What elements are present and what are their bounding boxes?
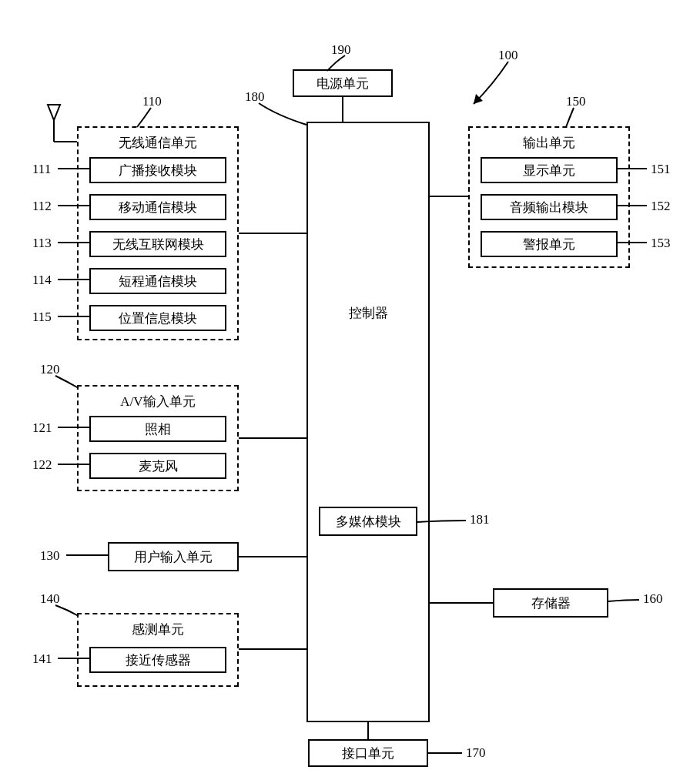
conn-interface-controller <box>367 722 369 739</box>
lead-170 <box>0 0 700 770</box>
